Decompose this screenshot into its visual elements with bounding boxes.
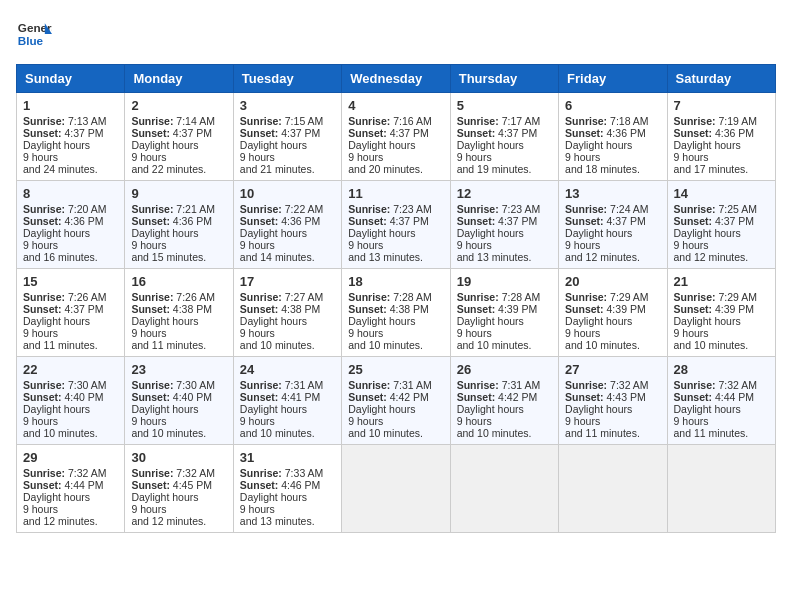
daylight-minutes: and 10 minutes. bbox=[348, 427, 423, 439]
sunset-label: Sunset: bbox=[240, 127, 281, 139]
sunset-time: 4:45 PM bbox=[173, 479, 212, 491]
daylight-label: Daylight hours bbox=[457, 403, 524, 415]
sunset-label: Sunset: bbox=[674, 303, 715, 315]
daylight-label: Daylight hours bbox=[565, 227, 632, 239]
sunset-time: 4:46 PM bbox=[281, 479, 320, 491]
day-number: 14 bbox=[674, 186, 769, 201]
sunrise-time: 7:20 AM bbox=[68, 203, 107, 215]
daylight-minutes: and 22 minutes. bbox=[131, 163, 206, 175]
sunset-time: 4:37 PM bbox=[607, 215, 646, 227]
calendar-cell: 8Sunrise: 7:20 AMSunset: 4:36 PMDaylight… bbox=[17, 181, 125, 269]
day-number: 12 bbox=[457, 186, 552, 201]
header-saturday: Saturday bbox=[667, 65, 775, 93]
daylight-hours: 9 hours bbox=[457, 151, 492, 163]
sunrise-time: 7:21 AM bbox=[176, 203, 215, 215]
sunset-time: 4:38 PM bbox=[173, 303, 212, 315]
sunset-time: 4:42 PM bbox=[390, 391, 429, 403]
sunset-time: 4:37 PM bbox=[281, 127, 320, 139]
calendar-table: SundayMondayTuesdayWednesdayThursdayFrid… bbox=[16, 64, 776, 533]
day-number: 7 bbox=[674, 98, 769, 113]
sunset-label: Sunset: bbox=[131, 127, 172, 139]
sunrise-time: 7:13 AM bbox=[68, 115, 107, 127]
calendar-cell: 11Sunrise: 7:23 AMSunset: 4:37 PMDayligh… bbox=[342, 181, 450, 269]
calendar-cell: 30Sunrise: 7:32 AMSunset: 4:45 PMDayligh… bbox=[125, 445, 233, 533]
daylight-minutes: and 10 minutes. bbox=[674, 339, 749, 351]
calendar-week-2: 8Sunrise: 7:20 AMSunset: 4:36 PMDaylight… bbox=[17, 181, 776, 269]
sunrise-label: Sunrise: bbox=[457, 291, 502, 303]
sunset-label: Sunset: bbox=[674, 391, 715, 403]
daylight-label: Daylight hours bbox=[674, 403, 741, 415]
daylight-hours: 9 hours bbox=[23, 415, 58, 427]
sunset-label: Sunset: bbox=[348, 303, 389, 315]
sunset-label: Sunset: bbox=[131, 479, 172, 491]
daylight-label: Daylight hours bbox=[240, 491, 307, 503]
sunset-label: Sunset: bbox=[348, 127, 389, 139]
sunrise-time: 7:25 AM bbox=[718, 203, 757, 215]
sunrise-label: Sunrise: bbox=[348, 379, 393, 391]
calendar-cell: 12Sunrise: 7:23 AMSunset: 4:37 PMDayligh… bbox=[450, 181, 558, 269]
day-number: 16 bbox=[131, 274, 226, 289]
daylight-hours: 9 hours bbox=[565, 327, 600, 339]
sunrise-label: Sunrise: bbox=[348, 203, 393, 215]
sunrise-time: 7:28 AM bbox=[393, 291, 432, 303]
sunset-time: 4:36 PM bbox=[607, 127, 646, 139]
sunset-time: 4:39 PM bbox=[715, 303, 754, 315]
sunrise-time: 7:29 AM bbox=[610, 291, 649, 303]
sunset-label: Sunset: bbox=[565, 127, 606, 139]
daylight-hours: 9 hours bbox=[457, 327, 492, 339]
day-number: 29 bbox=[23, 450, 118, 465]
daylight-label: Daylight hours bbox=[348, 315, 415, 327]
daylight-label: Daylight hours bbox=[131, 227, 198, 239]
calendar-week-1: 1Sunrise: 7:13 AMSunset: 4:37 PMDaylight… bbox=[17, 93, 776, 181]
sunrise-label: Sunrise: bbox=[240, 203, 285, 215]
daylight-hours: 9 hours bbox=[457, 239, 492, 251]
sunrise-time: 7:29 AM bbox=[718, 291, 757, 303]
calendar-cell: 23Sunrise: 7:30 AMSunset: 4:40 PMDayligh… bbox=[125, 357, 233, 445]
sunrise-time: 7:33 AM bbox=[285, 467, 324, 479]
sunrise-time: 7:32 AM bbox=[610, 379, 649, 391]
sunrise-time: 7:19 AM bbox=[718, 115, 757, 127]
sunrise-label: Sunrise: bbox=[348, 115, 393, 127]
daylight-label: Daylight hours bbox=[457, 227, 524, 239]
daylight-minutes: and 10 minutes. bbox=[348, 339, 423, 351]
calendar-cell: 4Sunrise: 7:16 AMSunset: 4:37 PMDaylight… bbox=[342, 93, 450, 181]
daylight-hours: 9 hours bbox=[565, 239, 600, 251]
day-number: 25 bbox=[348, 362, 443, 377]
sunset-time: 4:37 PM bbox=[715, 215, 754, 227]
day-number: 31 bbox=[240, 450, 335, 465]
sunrise-time: 7:23 AM bbox=[502, 203, 541, 215]
sunset-time: 4:39 PM bbox=[607, 303, 646, 315]
daylight-hours: 9 hours bbox=[240, 327, 275, 339]
header-friday: Friday bbox=[559, 65, 667, 93]
day-number: 24 bbox=[240, 362, 335, 377]
day-number: 17 bbox=[240, 274, 335, 289]
header-thursday: Thursday bbox=[450, 65, 558, 93]
day-number: 21 bbox=[674, 274, 769, 289]
header-monday: Monday bbox=[125, 65, 233, 93]
day-number: 15 bbox=[23, 274, 118, 289]
sunset-label: Sunset: bbox=[240, 391, 281, 403]
day-number: 27 bbox=[565, 362, 660, 377]
sunset-label: Sunset: bbox=[23, 303, 64, 315]
sunrise-label: Sunrise: bbox=[565, 379, 610, 391]
sunrise-time: 7:30 AM bbox=[68, 379, 107, 391]
daylight-hours: 9 hours bbox=[348, 151, 383, 163]
sunrise-label: Sunrise: bbox=[131, 115, 176, 127]
logo-icon: General Blue bbox=[16, 16, 52, 52]
daylight-minutes: and 19 minutes. bbox=[457, 163, 532, 175]
sunrise-label: Sunrise: bbox=[131, 467, 176, 479]
day-number: 2 bbox=[131, 98, 226, 113]
calendar-cell: 1Sunrise: 7:13 AMSunset: 4:37 PMDaylight… bbox=[17, 93, 125, 181]
daylight-hours: 9 hours bbox=[23, 503, 58, 515]
daylight-label: Daylight hours bbox=[131, 139, 198, 151]
calendar-cell: 7Sunrise: 7:19 AMSunset: 4:36 PMDaylight… bbox=[667, 93, 775, 181]
day-number: 28 bbox=[674, 362, 769, 377]
daylight-label: Daylight hours bbox=[23, 227, 90, 239]
day-number: 11 bbox=[348, 186, 443, 201]
sunrise-label: Sunrise: bbox=[457, 203, 502, 215]
daylight-label: Daylight hours bbox=[240, 315, 307, 327]
sunrise-label: Sunrise: bbox=[240, 115, 285, 127]
day-number: 19 bbox=[457, 274, 552, 289]
sunset-time: 4:37 PM bbox=[64, 303, 103, 315]
sunrise-label: Sunrise: bbox=[674, 379, 719, 391]
